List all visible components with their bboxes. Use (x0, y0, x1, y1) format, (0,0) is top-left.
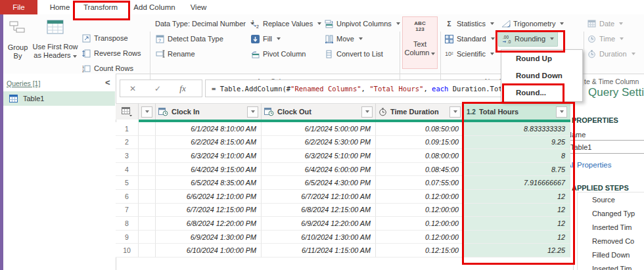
table-cell[interactable]: 0.07:55:00 (376, 176, 464, 190)
applied-step[interactable]: Changed Typ (578, 206, 644, 220)
table-cell[interactable]: 0.12:00:00 (376, 204, 464, 217)
applied-step[interactable]: Source (578, 192, 644, 206)
table-cell[interactable]: 4 (116, 163, 139, 177)
table-cell[interactable]: 0.08:45:00 (376, 163, 464, 177)
table-cell[interactable] (139, 176, 156, 190)
filter-dropdown-icon[interactable] (361, 106, 373, 118)
tab-file[interactable]: File (0, 0, 37, 14)
fill-button[interactable]: Fill (250, 33, 281, 45)
applied-step[interactable]: Filled Down (578, 248, 644, 261)
table-cell[interactable]: 6/9/2024 1:30:00 PM (156, 231, 262, 244)
formula-cancel-icon[interactable]: ✕ (120, 84, 145, 93)
use-first-row-as-headers-button[interactable]: Use First Row as Headers (30, 20, 80, 60)
column-header-clock-in[interactable]: Clock In (156, 103, 262, 120)
table-cell[interactable]: 6/10/2024 1:00:00 PM (156, 244, 262, 258)
table-cell[interactable]: 8 (116, 217, 139, 231)
replace-values-button[interactable]: 12 Replace Values (250, 18, 321, 30)
rounding-button[interactable]: .00.0 Rounding (498, 31, 558, 47)
tab-add-column[interactable]: Add Column (130, 0, 179, 14)
tab-home[interactable]: Home (41, 0, 79, 14)
table-cell[interactable] (139, 217, 156, 231)
table-cell[interactable]: 8 (464, 149, 570, 163)
table-cell[interactable]: 12 (464, 217, 570, 231)
table-cell[interactable]: 6/5/2024 8:35:00 AM (156, 176, 262, 190)
table-cell[interactable]: 0.12:15:00 (376, 244, 464, 258)
date-button[interactable]: Date (587, 18, 623, 30)
table-cell[interactable]: 9 (116, 231, 139, 244)
text-column-button[interactable]: ABC 123 Text Column (402, 16, 438, 69)
formula-check-icon[interactable]: ✓ (145, 84, 170, 93)
duration-button[interactable]: Duration (587, 48, 635, 60)
table-cell[interactable]: 6/10/2024 1:30:00 AM (262, 231, 376, 244)
table-corner-select-button[interactable] (116, 103, 139, 120)
pivot-column-button[interactable]: Pivot Column (250, 48, 306, 60)
unpivot-columns-button[interactable]: Unpivot Columns (324, 18, 400, 30)
table-cell[interactable]: 10 (116, 244, 139, 258)
column-header-clock-out[interactable]: Clock Out (262, 103, 376, 120)
table-cell[interactable]: 6/7/2024 12:15:00 PM (156, 204, 262, 217)
table-cell[interactable]: 6/2/2024 8:15:00 AM (156, 136, 262, 150)
table-cell[interactable] (139, 244, 156, 258)
rename-button[interactable]: Rename (155, 48, 195, 60)
time-button[interactable]: Time (587, 33, 624, 45)
table-cell[interactable]: 12 (464, 204, 570, 217)
table-cell[interactable]: 9.25 (464, 136, 570, 150)
statistics-button[interactable]: Σ Statistics (444, 18, 494, 30)
table-cell[interactable]: 0.12:00:00 (376, 231, 464, 244)
table-cell[interactable]: 6/1/2024 5:00:00 PM (262, 122, 376, 136)
table-cell[interactable]: 6/7/2024 12:10:00 AM (262, 190, 376, 204)
table-cell[interactable] (139, 149, 156, 163)
collapse-pane-icon[interactable]: < (105, 78, 110, 87)
trigonometry-button[interactable]: Trigonometry (501, 18, 564, 30)
convert-to-list-button[interactable]: Convert to List (324, 48, 383, 60)
table-cell[interactable]: 12 (464, 231, 570, 244)
table-cell[interactable]: 6/9/2024 12:20:00 AM (262, 217, 376, 231)
table-cell[interactable]: 0.08:50:00 (376, 122, 464, 136)
filter-dropdown-icon[interactable] (449, 106, 461, 118)
menu-item-round-down[interactable]: Round Down (501, 67, 582, 84)
applied-step[interactable]: Removed Co (578, 234, 644, 248)
table-cell[interactable]: 6/2/2024 5:30:00 PM (262, 136, 376, 150)
reverse-rows-button[interactable]: Reverse Rows (81, 47, 141, 59)
all-properties-link[interactable]: All Properties (566, 161, 611, 169)
tab-view[interactable]: View (185, 0, 212, 14)
filter-dropdown-icon[interactable] (247, 106, 258, 118)
table-cell[interactable]: 6/8/2024 12:20:00 PM (156, 217, 262, 231)
table-cell[interactable]: 7 (116, 204, 139, 217)
column-header-time-duration[interactable]: Time Duration (376, 103, 464, 120)
table-cell[interactable] (139, 204, 156, 217)
table-cell[interactable] (139, 231, 156, 244)
table-cell[interactable]: 6/4/2024 9:15:00 AM (156, 163, 262, 177)
standard-button[interactable]: Standard (444, 33, 495, 45)
transpose-button[interactable]: Transpose (81, 32, 128, 44)
table-cell[interactable]: 6/3/2024 9:10:00 AM (156, 149, 262, 163)
table-cell[interactable]: 5 (116, 176, 139, 190)
menu-item-round[interactable]: Round... (501, 84, 582, 101)
detect-data-type-button[interactable]: ? Detect Data Type (155, 33, 223, 45)
table-cell[interactable]: 6/6/2024 12:10:00 PM (156, 190, 262, 204)
table-cell[interactable]: 0.09:15:00 (376, 136, 464, 150)
table-cell[interactable] (139, 136, 156, 150)
table-cell[interactable]: 2 (116, 136, 139, 150)
table-cell[interactable]: 12 (464, 190, 570, 204)
column-header-total-hours[interactable]: 1.2 Total Hours (464, 103, 570, 120)
query-list-item-table1[interactable]: Table1 (3, 91, 115, 106)
menu-item-round-up[interactable]: Round Up (501, 50, 582, 67)
tab-transform[interactable]: Transform (79, 0, 122, 14)
applied-steps-section-header[interactable]: APPLIED STEPS (564, 184, 629, 192)
table-cell[interactable]: 8.833333333 (464, 122, 570, 136)
table-cell[interactable]: 6/3/2024 5:10:00 PM (262, 149, 376, 163)
data-type-button[interactable]: Data Type: Decimal Number (155, 18, 254, 30)
table-cell[interactable]: 6/5/2024 4:30:00 PM (262, 176, 376, 190)
table-cell[interactable] (139, 163, 156, 177)
scientific-button[interactable]: 10² Scientific (444, 48, 494, 60)
count-rows-button[interactable]: 12 Count Rows (81, 62, 133, 74)
table-cell[interactable]: 0.12:00:00 (376, 217, 464, 231)
table-cell[interactable]: 8.75 (464, 163, 570, 177)
table-cell[interactable] (139, 122, 156, 136)
table-cell[interactable]: 6/11/2024 1:15:00 AM (262, 244, 376, 258)
table-cell[interactable]: 6/4/2024 6:00:00 PM (262, 163, 376, 177)
table-cell[interactable]: 0.08:00:00 (376, 149, 464, 163)
applied-step[interactable]: Inserted Tim (578, 220, 644, 234)
table-cell[interactable]: 3 (116, 149, 139, 163)
